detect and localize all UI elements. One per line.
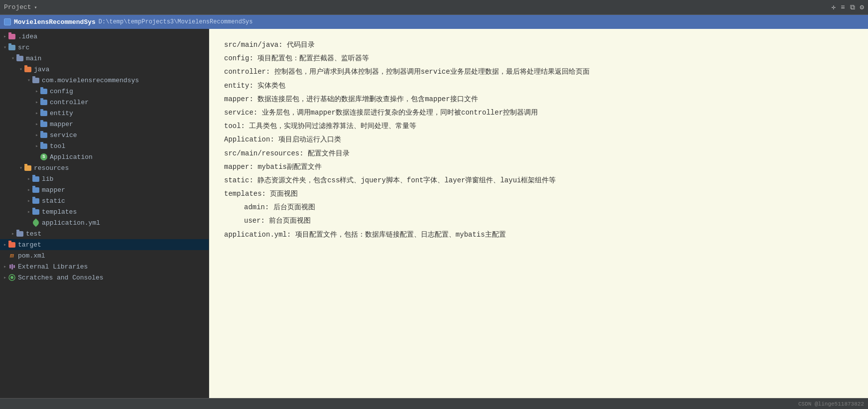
res-mapper-arrow[interactable] [26,187,32,193]
java-arrow[interactable] [18,66,24,72]
add-icon[interactable]: ✛ [832,3,836,11]
java-folder-icon [24,65,32,73]
tree-item-templates[interactable]: templates [0,206,209,217]
extlib-label: External Libraries [18,263,88,271]
desc-line-5: service: 业务层包，调用mapper数据连接层进行复杂的业务处理，同时被… [224,107,853,119]
tree-item-entity[interactable]: entity [0,108,209,119]
main-arrow[interactable] [10,55,16,61]
tree-item-service[interactable]: service [0,130,209,140]
lib-arrow[interactable] [26,176,32,182]
desc-line-6: tool: 工具类包，实现协同过滤推荐算法、时间处理、常量等 [224,120,853,133]
main-folder-icon [16,54,24,62]
idea-arrow[interactable] [2,33,8,39]
watermark: CSDN @linge511873822 [798,401,864,407]
resources-folder-icon [24,164,32,172]
desc-line-3: entity: 实体类包 [224,80,853,92]
controller-label: controller [50,99,89,106]
res-mapper-label: mapper [42,186,65,194]
settings-icon[interactable]: ⚙ [860,3,864,11]
desc-line-7: Application: 项目启动运行入口类 [224,134,853,146]
desc-line-12: admin: 后台页面视图 [224,201,853,214]
project-header: MovielensRecommendSys D:\temp\tempProjec… [0,15,868,29]
tree-item-extlib[interactable]: External Libraries [0,261,209,272]
scratches-label: Scratches and Consoles [18,274,104,281]
target-label: target [18,241,41,249]
desc-line-13: user: 前台页面视图 [224,215,853,227]
tree-item-config[interactable]: config [0,86,209,97]
java-label: java [34,66,49,73]
static-label: static [42,197,65,205]
config-arrow[interactable] [34,88,40,94]
resources-arrow[interactable] [18,165,24,171]
test-folder-icon [16,230,24,238]
src-arrow[interactable] [2,44,8,50]
service-folder-icon [40,131,48,139]
tree-item-res-mapper[interactable]: mapper [0,184,209,195]
tree-item-com[interactable]: com.movielensrecommendsys [0,75,209,86]
service-arrow[interactable] [34,132,40,138]
com-arrow[interactable] [26,77,32,83]
main-label: main [26,55,41,62]
static-folder-icon [32,197,40,205]
test-label: test [26,230,41,238]
templates-arrow[interactable] [26,209,32,215]
lib-folder-icon [32,175,40,183]
tree-item-lib[interactable]: lib [0,173,209,184]
desc-line-0: src/main/java: 代码目录 [224,39,853,51]
tree-item-static[interactable]: static [0,195,209,206]
target-folder-icon [8,241,16,249]
templates-folder-icon [32,208,40,216]
tree-item-pomxml[interactable]: m pom.xml [0,250,209,261]
tree-item-mapper[interactable]: mapper [0,119,209,130]
desc-line-4: mapper: 数据连接层包，进行基础的数据库增删改查操作，包含mapper接口… [224,93,853,106]
tree-item-main[interactable]: main [0,53,209,64]
tree-item-target[interactable]: target [0,239,209,250]
idea-folder-icon [8,32,16,40]
tree-item-scratches[interactable]: Scratches and Consoles [0,272,209,283]
test-arrow[interactable] [10,231,16,237]
tree-item-test[interactable]: test [0,228,209,239]
project-name: MovielensRecommendSys [14,18,96,26]
tree-item-idea[interactable]: .idea [0,31,209,42]
tool-arrow[interactable] [34,143,40,149]
entity-folder-icon [40,109,48,117]
config-folder-icon [40,87,48,95]
tree-item-tool[interactable]: tool [0,140,209,151]
tool-label: tool [50,142,65,150]
split-icon[interactable]: ⧉ [850,3,855,11]
tree-item-appyml[interactable]: application.yml [0,217,209,228]
toolbar-icons: ✛ ≡ ⧉ ⚙ [832,3,864,11]
appyml-label: application.yml [42,219,100,227]
com-label: com.movielensrecommendsys [42,77,139,84]
tree-item-src[interactable]: src [0,42,209,53]
templates-label: templates [42,208,77,216]
res-mapper-folder-icon [32,186,40,194]
tree-item-controller[interactable]: controller [0,97,209,108]
tree-item-java[interactable]: java [0,64,209,75]
src-label: src [18,44,29,51]
svg-point-1 [10,276,13,279]
resources-label: resources [34,164,69,172]
static-arrow[interactable] [26,198,32,204]
entity-label: entity [50,110,73,117]
target-arrow[interactable] [2,242,8,248]
layout-icon[interactable]: ≡ [841,3,845,11]
file-tree[interactable]: .idea src main java com.movi [0,29,209,398]
dropdown-arrow[interactable]: ▾ [34,4,37,10]
desc-line-8: src/main/resources: 配置文件目录 [224,147,853,160]
tool-folder-icon [40,142,48,150]
desc-line-2: controller: 控制器包，用户请求到具体控制器，控制器调用service… [224,66,853,78]
scratches-arrow[interactable] [2,274,8,280]
application-label: Application [50,153,93,161]
controller-arrow[interactable] [34,99,40,105]
project-label: Project ▾ [4,3,37,11]
application-icon: S [40,153,48,161]
tree-item-resources[interactable]: resources [0,162,209,173]
entity-arrow[interactable] [34,110,40,116]
mapper-arrow[interactable] [34,121,40,127]
extlib-arrow[interactable] [2,264,8,270]
desc-line-11: templates: 页面视图 [224,188,853,200]
top-bar: Project ▾ ✛ ≡ ⧉ ⚙ [0,0,868,15]
desc-line-10: static: 静态资源文件夹，包含css样式、jquery脚本、font字体、… [224,174,853,187]
tree-item-application[interactable]: S Application [0,151,209,162]
